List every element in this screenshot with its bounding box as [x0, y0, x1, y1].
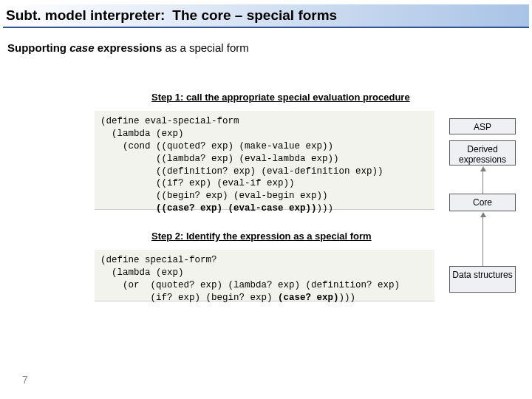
code-tail: )))	[317, 203, 334, 214]
code-block-2: (define special-form? (lambda (exp) (or …	[95, 250, 434, 301]
code-line: ((lambda? exp) (eval-lambda exp))	[100, 154, 339, 164]
sidebar-data-structures: Data structures	[449, 266, 516, 293]
code-indent	[100, 203, 156, 214]
code-line: (define special-form?	[100, 255, 217, 265]
arrow-line-icon	[482, 171, 483, 194]
code-line: (lambda (exp)	[100, 129, 184, 139]
code-line: ((begin? exp) (eval-begin exp))	[100, 191, 328, 201]
title-bar: Subt. model interpreter: The core – spec…	[3, 4, 529, 28]
subtitle-lead: Supporting	[7, 41, 69, 54]
code-indent: (if? exp) (begin? exp)	[100, 293, 278, 303]
code-line: (cond ((quoted? exp) (make-value exp))	[100, 141, 333, 151]
arrow-line-icon	[482, 217, 483, 266]
subtitle-em: case	[69, 41, 94, 54]
code-line: ((definition? exp) (eval-definition exp)…	[100, 166, 383, 177]
page-number: 7	[22, 374, 28, 386]
code-line: (or (quoted? exp) (lambda? exp) (definit…	[100, 280, 400, 290]
code-block-1: (define eval-special-form (lambda (exp) …	[95, 111, 434, 210]
slide: Subt. model interpreter: The core – spec…	[0, 0, 532, 399]
subtitle-tail: as a special form	[162, 41, 249, 54]
arrow-up-icon	[480, 166, 486, 171]
code-highlight: ((case? exp) (eval-case exp))	[156, 203, 317, 214]
code-line: (lambda (exp)	[100, 267, 184, 278]
step-2-label: Step 2: Identify the expression as a spe…	[151, 231, 372, 242]
step-1-label: Step 1: call the appropriate special eva…	[151, 92, 410, 103]
title-prefix: Subt. model interpreter:	[6, 7, 165, 24]
code-tail: )))	[339, 293, 356, 303]
subtitle: Supporting case expressions as a special…	[7, 41, 249, 54]
sidebar-derived: Derived expressions	[449, 140, 516, 166]
code-highlight: (case? exp)	[278, 293, 339, 303]
subtitle-mid: expressions	[95, 41, 163, 54]
code-line: ((if? exp) (eval-if exp))	[100, 178, 295, 188]
sidebar-core: Core	[449, 194, 516, 211]
arrow-up-icon	[480, 212, 486, 217]
code-line: (define eval-special-form	[100, 116, 239, 126]
title-main: The core – special forms	[172, 7, 337, 24]
sidebar-asp: ASP	[449, 118, 516, 134]
